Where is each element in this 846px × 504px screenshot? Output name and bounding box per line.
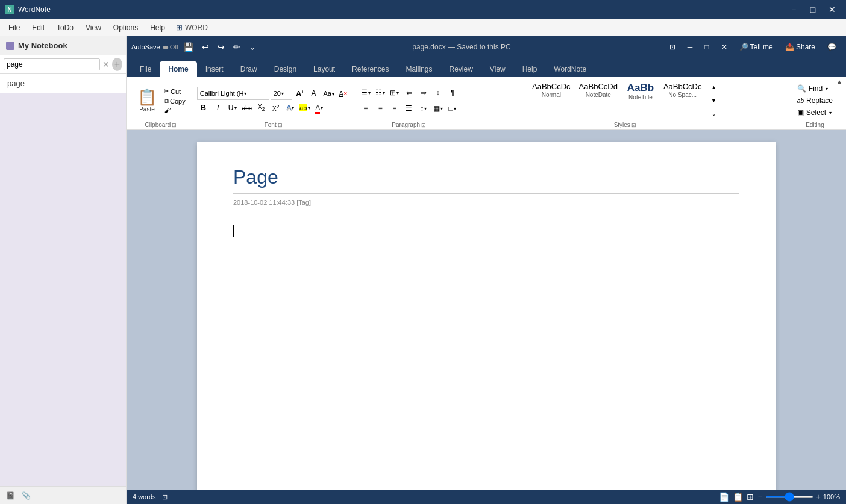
tab-view[interactable]: View [481,61,514,77]
clipboard-expand-icon[interactable]: ⊡ [172,122,177,128]
tab-insert[interactable]: Insert [197,61,232,77]
styles-expand-icon[interactable]: ⊡ [631,122,636,128]
save-button[interactable]: 💾 [181,41,196,53]
tell-me-button[interactable]: 🔎 Tell me [735,42,778,52]
collapse-ribbon-button[interactable]: ▲ [833,77,846,86]
styles-scroll-up[interactable]: ▲ [707,81,721,94]
numbered-list-button[interactable]: ☷▾ [374,86,387,99]
style-notedate-button[interactable]: AaBbCcDd NoteDate [575,81,621,120]
share-button[interactable]: 📤 Share [780,42,820,52]
strikethrough-button[interactable]: abc [240,101,254,114]
style-nospace-button[interactable]: AaBbCcDc No Spac... [660,81,706,120]
tab-help[interactable]: Help [514,61,546,77]
tab-design[interactable]: Design [266,61,305,77]
menu-word[interactable]: WORD [185,23,208,32]
case-button[interactable]: Aa▾ [322,87,336,100]
pen-button[interactable]: ✏ [231,41,243,53]
find-button[interactable]: 🔍 Find ▾ [794,83,836,94]
document-content-area[interactable] [233,218,739,240]
pilcrow-button[interactable]: ¶ [446,86,459,99]
status-icon[interactable]: ⊡ [162,493,168,501]
align-center-button[interactable]: ≡ [374,102,387,115]
highlight-button[interactable]: ab ▾ [298,101,312,114]
shrink-font-button[interactable]: A- [308,87,321,100]
format-painter-button[interactable]: 🖌 [161,106,188,114]
close-button[interactable]: ✕ [823,4,841,16]
text-effects-button[interactable]: A ▾ [284,101,297,114]
word-minimize-button[interactable]: ─ [683,42,698,52]
maximize-button[interactable]: □ [804,4,822,16]
copy-button[interactable]: ⧉ Copy [161,96,188,105]
underline-button[interactable]: U ▾ [226,101,239,114]
font-name-selector[interactable]: Calibri Light (H ▾ [197,87,269,100]
page-item-page[interactable]: page [0,74,126,93]
undo-button[interactable]: ↩ [199,41,212,53]
redo-button[interactable]: ↪ [215,41,227,53]
search-input[interactable] [4,58,100,70]
multilevel-list-button[interactable]: ⊞▾ [388,86,401,99]
notebook-icon[interactable]: 📓 [5,490,16,501]
line-spacing-button[interactable]: ↕▾ [417,102,430,115]
tab-wordnote[interactable]: WordNote [545,61,595,77]
ribbon-toggle-button[interactable]: ⊡ [665,42,680,52]
align-right-button[interactable]: ≡ [388,102,401,115]
font-expand-icon[interactable]: ⊡ [278,122,283,128]
font-size-selector[interactable]: 20 ▾ [271,87,292,100]
tab-references[interactable]: References [343,61,397,77]
justify-button[interactable]: ☰ [403,102,416,115]
word-restore-button[interactable]: □ [700,42,713,52]
menu-help[interactable]: Help [144,21,171,34]
tab-mailings[interactable]: Mailings [397,61,440,77]
autosave-toggle[interactable]: ⬬ Off [163,43,179,51]
bold-button[interactable]: B [197,101,210,114]
align-left-button[interactable]: ≡ [359,102,372,115]
shading-button[interactable]: ▦▾ [431,102,445,115]
border-button[interactable]: □▾ [446,102,459,115]
font-name-dropdown[interactable]: ▾ [244,91,246,96]
notebook-header[interactable]: My Notebook [0,36,126,55]
select-button[interactable]: ▣ Select ▾ [794,107,836,118]
view-focus-button[interactable]: ⊞ [747,492,754,502]
zoom-slider[interactable] [765,496,813,498]
zoom-in-button[interactable]: + [816,492,821,502]
minimize-button[interactable]: − [785,4,803,16]
font-size-dropdown[interactable]: ▾ [281,91,284,96]
subscript-button[interactable]: X2 [255,101,268,114]
add-page-button[interactable]: + [112,58,122,71]
menu-file[interactable]: File [2,21,26,34]
bullet-list-button[interactable]: ☰▾ [359,86,372,99]
more-qa-button[interactable]: ⌄ [246,41,258,53]
word-close-button[interactable]: ✕ [716,42,732,52]
font-color-button[interactable]: A ▾ [313,101,326,114]
select-dropdown[interactable]: ▾ [829,110,832,116]
document-area[interactable]: Page 2018-10-02 11:44:33 [Tag] [127,130,846,490]
indent-button[interactable]: ⇒ [417,86,430,99]
menu-todo[interactable]: ToDo [51,21,80,34]
replace-button[interactable]: ab Replace [794,95,836,106]
outdent-button[interactable]: ⇐ [403,86,416,99]
tab-file[interactable]: File [131,61,160,77]
menu-options[interactable]: Options [107,21,144,34]
tab-draw[interactable]: Draw [232,61,266,77]
menu-edit[interactable]: Edit [26,21,51,34]
search-clear-button[interactable]: ✕ [102,60,110,69]
superscript-button[interactable]: X2 [269,101,283,114]
sort-button[interactable]: ↕ [431,86,445,99]
document-page[interactable]: Page 2018-10-02 11:44:33 [Tag] [197,142,776,490]
italic-button[interactable]: I [212,101,225,114]
tab-layout[interactable]: Layout [305,61,343,77]
paragraph-expand-icon[interactable]: ⊡ [421,122,426,128]
grow-font-button[interactable]: A+ [293,87,307,100]
styles-scroll-down[interactable]: ▼ [707,94,721,107]
menu-view[interactable]: View [80,21,107,34]
cut-button[interactable]: ✂ Cut [161,87,188,96]
find-dropdown[interactable]: ▾ [826,86,828,92]
attachment-icon[interactable]: 📎 [20,490,31,501]
style-notetitle-button[interactable]: AaBb NoteTitle [622,81,659,120]
zoom-out-button[interactable]: − [757,492,762,502]
tab-home[interactable]: Home [160,61,196,77]
paste-button[interactable]: 📋 Paste [134,88,160,114]
clear-formatting-button[interactable]: A✕ [337,87,350,100]
tab-review[interactable]: Review [441,61,481,77]
view-print-button[interactable]: 📄 [719,492,729,502]
